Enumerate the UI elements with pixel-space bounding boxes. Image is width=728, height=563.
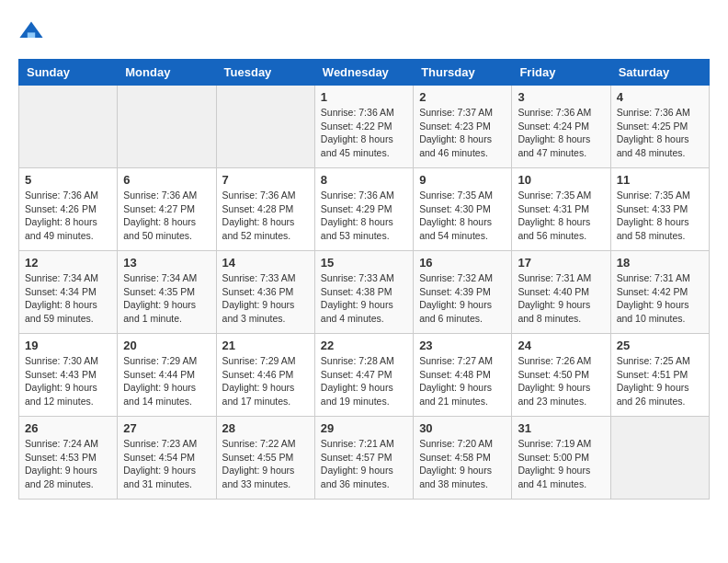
day-info: Sunrise: 7:23 AM Sunset: 4:54 PM Dayligh…: [123, 437, 210, 491]
day-number: 21: [222, 339, 309, 352]
day-cell: 28Sunrise: 7:22 AM Sunset: 4:55 PM Dayli…: [216, 417, 314, 500]
weekday-header-wednesday: Wednesday: [314, 60, 413, 86]
day-number: 6: [123, 173, 210, 187]
day-cell: 5Sunrise: 7:36 AM Sunset: 4:26 PM Daylig…: [19, 168, 118, 251]
day-info: Sunrise: 7:34 AM Sunset: 4:34 PM Dayligh…: [25, 271, 111, 326]
logo-icon: [18, 18, 44, 44]
day-cell: 21Sunrise: 7:29 AM Sunset: 4:46 PM Dayli…: [216, 334, 314, 417]
day-info: Sunrise: 7:30 AM Sunset: 4:43 PM Dayligh…: [25, 354, 111, 408]
weekday-row: SundayMondayTuesdayWednesdayThursdayFrid…: [19, 60, 710, 86]
day-number: 19: [25, 339, 111, 352]
day-cell: 25Sunrise: 7:25 AM Sunset: 4:51 PM Dayli…: [610, 334, 709, 417]
day-info: Sunrise: 7:28 AM Sunset: 4:47 PM Dayligh…: [321, 354, 407, 408]
day-info: Sunrise: 7:26 AM Sunset: 4:50 PM Dayligh…: [518, 354, 604, 408]
day-number: 1: [321, 90, 407, 104]
day-info: Sunrise: 7:24 AM Sunset: 4:53 PM Dayligh…: [25, 437, 111, 491]
day-number: 24: [518, 339, 604, 352]
day-number: 2: [419, 90, 506, 104]
day-cell: [19, 86, 118, 168]
day-info: Sunrise: 7:32 AM Sunset: 4:39 PM Dayligh…: [419, 271, 506, 326]
day-cell: 17Sunrise: 7:31 AM Sunset: 4:40 PM Dayli…: [512, 251, 610, 334]
day-info: Sunrise: 7:20 AM Sunset: 4:58 PM Dayligh…: [419, 437, 506, 491]
day-info: Sunrise: 7:36 AM Sunset: 4:26 PM Dayligh…: [25, 189, 111, 243]
day-number: 7: [222, 173, 309, 187]
calendar-header: SundayMondayTuesdayWednesdayThursdayFrid…: [19, 60, 710, 86]
day-info: Sunrise: 7:35 AM Sunset: 4:33 PM Dayligh…: [617, 189, 703, 243]
day-number: 8: [321, 173, 407, 187]
day-info: Sunrise: 7:27 AM Sunset: 4:48 PM Dayligh…: [419, 354, 506, 408]
day-info: Sunrise: 7:35 AM Sunset: 4:31 PM Dayligh…: [518, 189, 604, 243]
day-cell: 6Sunrise: 7:36 AM Sunset: 4:27 PM Daylig…: [118, 168, 216, 251]
day-cell: 13Sunrise: 7:34 AM Sunset: 4:35 PM Dayli…: [118, 251, 216, 334]
week-row-4: 19Sunrise: 7:30 AM Sunset: 4:43 PM Dayli…: [19, 334, 710, 417]
day-number: 15: [321, 256, 407, 270]
day-cell: 22Sunrise: 7:28 AM Sunset: 4:47 PM Dayli…: [314, 334, 413, 417]
day-cell: 20Sunrise: 7:29 AM Sunset: 4:44 PM Dayli…: [118, 334, 216, 417]
day-info: Sunrise: 7:36 AM Sunset: 4:22 PM Dayligh…: [321, 106, 407, 160]
day-cell: 9Sunrise: 7:35 AM Sunset: 4:30 PM Daylig…: [414, 168, 512, 251]
day-number: 11: [617, 173, 703, 187]
day-number: 27: [123, 421, 210, 435]
day-cell: [118, 86, 216, 168]
day-number: 9: [419, 173, 506, 187]
weekday-header-sunday: Sunday: [19, 60, 118, 86]
day-info: Sunrise: 7:34 AM Sunset: 4:35 PM Dayligh…: [123, 271, 210, 326]
day-info: Sunrise: 7:37 AM Sunset: 4:23 PM Dayligh…: [419, 106, 506, 160]
day-number: 13: [123, 256, 210, 270]
day-cell: 2Sunrise: 7:37 AM Sunset: 4:23 PM Daylig…: [414, 86, 512, 168]
day-info: Sunrise: 7:31 AM Sunset: 4:42 PM Dayligh…: [617, 271, 703, 326]
day-cell: 19Sunrise: 7:30 AM Sunset: 4:43 PM Dayli…: [19, 334, 118, 417]
week-row-2: 5Sunrise: 7:36 AM Sunset: 4:26 PM Daylig…: [19, 168, 710, 251]
day-cell: [216, 86, 314, 168]
day-number: 5: [25, 173, 111, 187]
day-number: 31: [518, 421, 604, 435]
day-cell: 14Sunrise: 7:33 AM Sunset: 4:36 PM Dayli…: [216, 251, 314, 334]
day-info: Sunrise: 7:36 AM Sunset: 4:29 PM Dayligh…: [321, 189, 407, 243]
week-row-5: 26Sunrise: 7:24 AM Sunset: 4:53 PM Dayli…: [19, 417, 710, 500]
day-info: Sunrise: 7:33 AM Sunset: 4:38 PM Dayligh…: [321, 271, 407, 326]
day-number: 25: [617, 339, 703, 352]
day-number: 17: [518, 256, 604, 270]
calendar-table: SundayMondayTuesdayWednesdayThursdayFrid…: [18, 59, 710, 500]
day-cell: 8Sunrise: 7:36 AM Sunset: 4:29 PM Daylig…: [314, 168, 413, 251]
day-number: 4: [617, 90, 703, 104]
day-cell: 26Sunrise: 7:24 AM Sunset: 4:53 PM Dayli…: [19, 417, 118, 500]
week-row-3: 12Sunrise: 7:34 AM Sunset: 4:34 PM Dayli…: [19, 251, 710, 334]
day-info: Sunrise: 7:22 AM Sunset: 4:55 PM Dayligh…: [222, 437, 309, 491]
day-cell: 15Sunrise: 7:33 AM Sunset: 4:38 PM Dayli…: [314, 251, 413, 334]
day-number: 12: [25, 256, 111, 270]
day-cell: 27Sunrise: 7:23 AM Sunset: 4:54 PM Dayli…: [118, 417, 216, 500]
day-cell: [610, 417, 709, 500]
day-cell: 18Sunrise: 7:31 AM Sunset: 4:42 PM Dayli…: [610, 251, 709, 334]
weekday-header-thursday: Thursday: [414, 60, 512, 86]
day-cell: 30Sunrise: 7:20 AM Sunset: 4:58 PM Dayli…: [414, 417, 512, 500]
day-number: 22: [321, 339, 407, 352]
day-number: 16: [419, 256, 506, 270]
day-number: 30: [419, 421, 506, 435]
calendar-body: 1Sunrise: 7:36 AM Sunset: 4:22 PM Daylig…: [19, 86, 710, 500]
day-cell: 23Sunrise: 7:27 AM Sunset: 4:48 PM Dayli…: [414, 334, 512, 417]
day-cell: 10Sunrise: 7:35 AM Sunset: 4:31 PM Dayli…: [512, 168, 610, 251]
day-number: 3: [518, 90, 604, 104]
day-cell: 3Sunrise: 7:36 AM Sunset: 4:24 PM Daylig…: [512, 86, 610, 168]
weekday-header-saturday: Saturday: [610, 60, 709, 86]
day-info: Sunrise: 7:35 AM Sunset: 4:30 PM Dayligh…: [419, 189, 506, 243]
day-info: Sunrise: 7:29 AM Sunset: 4:46 PM Dayligh…: [222, 354, 309, 408]
day-number: 18: [617, 256, 703, 270]
weekday-header-friday: Friday: [512, 60, 610, 86]
day-cell: 12Sunrise: 7:34 AM Sunset: 4:34 PM Dayli…: [19, 251, 118, 334]
day-info: Sunrise: 7:33 AM Sunset: 4:36 PM Dayligh…: [222, 271, 309, 326]
day-number: 26: [25, 421, 111, 435]
weekday-header-tuesday: Tuesday: [216, 60, 314, 86]
week-row-1: 1Sunrise: 7:36 AM Sunset: 4:22 PM Daylig…: [19, 86, 710, 168]
day-number: 28: [222, 421, 309, 435]
day-info: Sunrise: 7:36 AM Sunset: 4:25 PM Dayligh…: [617, 106, 703, 160]
day-cell: 16Sunrise: 7:32 AM Sunset: 4:39 PM Dayli…: [414, 251, 512, 334]
day-cell: 4Sunrise: 7:36 AM Sunset: 4:25 PM Daylig…: [610, 86, 709, 168]
day-info: Sunrise: 7:31 AM Sunset: 4:40 PM Dayligh…: [518, 271, 604, 326]
day-number: 10: [518, 173, 604, 187]
weekday-header-monday: Monday: [118, 60, 216, 86]
day-info: Sunrise: 7:36 AM Sunset: 4:27 PM Dayligh…: [123, 189, 210, 243]
day-number: 23: [419, 339, 506, 352]
logo: [18, 18, 48, 44]
